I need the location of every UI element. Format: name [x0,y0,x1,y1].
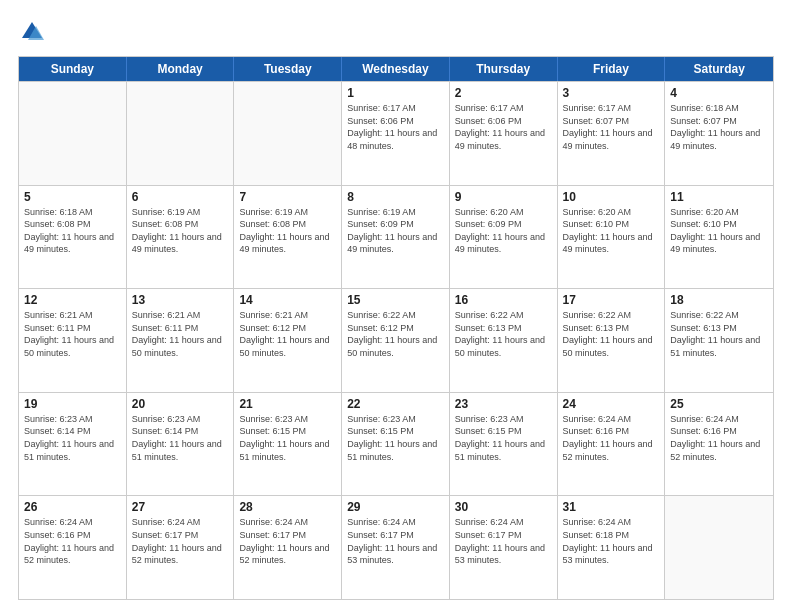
calendar-week-4: 19Sunrise: 6:23 AM Sunset: 6:14 PM Dayli… [19,392,773,496]
day-number: 13 [132,293,229,307]
day-cell-22: 22Sunrise: 6:23 AM Sunset: 6:15 PM Dayli… [342,393,450,496]
day-cell-21: 21Sunrise: 6:23 AM Sunset: 6:15 PM Dayli… [234,393,342,496]
day-cell-24: 24Sunrise: 6:24 AM Sunset: 6:16 PM Dayli… [558,393,666,496]
day-detail: Sunrise: 6:24 AM Sunset: 6:17 PM Dayligh… [132,516,229,566]
day-detail: Sunrise: 6:21 AM Sunset: 6:12 PM Dayligh… [239,309,336,359]
day-number: 12 [24,293,121,307]
day-detail: Sunrise: 6:22 AM Sunset: 6:13 PM Dayligh… [670,309,768,359]
calendar-week-5: 26Sunrise: 6:24 AM Sunset: 6:16 PM Dayli… [19,495,773,599]
day-cell-28: 28Sunrise: 6:24 AM Sunset: 6:17 PM Dayli… [234,496,342,599]
day-number: 8 [347,190,444,204]
weekday-header-thursday: Thursday [450,57,558,81]
day-cell-23: 23Sunrise: 6:23 AM Sunset: 6:15 PM Dayli… [450,393,558,496]
day-number: 3 [563,86,660,100]
day-detail: Sunrise: 6:24 AM Sunset: 6:17 PM Dayligh… [239,516,336,566]
day-detail: Sunrise: 6:20 AM Sunset: 6:10 PM Dayligh… [670,206,768,256]
day-number: 2 [455,86,552,100]
day-detail: Sunrise: 6:24 AM Sunset: 6:16 PM Dayligh… [24,516,121,566]
day-detail: Sunrise: 6:19 AM Sunset: 6:09 PM Dayligh… [347,206,444,256]
day-cell-9: 9Sunrise: 6:20 AM Sunset: 6:09 PM Daylig… [450,186,558,289]
day-detail: Sunrise: 6:22 AM Sunset: 6:13 PM Dayligh… [455,309,552,359]
day-detail: Sunrise: 6:18 AM Sunset: 6:07 PM Dayligh… [670,102,768,152]
day-cell-empty [665,496,773,599]
calendar-week-3: 12Sunrise: 6:21 AM Sunset: 6:11 PM Dayli… [19,288,773,392]
day-number: 24 [563,397,660,411]
day-cell-26: 26Sunrise: 6:24 AM Sunset: 6:16 PM Dayli… [19,496,127,599]
day-cell-19: 19Sunrise: 6:23 AM Sunset: 6:14 PM Dayli… [19,393,127,496]
calendar-body: 1Sunrise: 6:17 AM Sunset: 6:06 PM Daylig… [19,81,773,599]
day-cell-6: 6Sunrise: 6:19 AM Sunset: 6:08 PM Daylig… [127,186,235,289]
day-detail: Sunrise: 6:17 AM Sunset: 6:06 PM Dayligh… [455,102,552,152]
day-detail: Sunrise: 6:20 AM Sunset: 6:10 PM Dayligh… [563,206,660,256]
day-detail: Sunrise: 6:23 AM Sunset: 6:15 PM Dayligh… [455,413,552,463]
day-detail: Sunrise: 6:23 AM Sunset: 6:15 PM Dayligh… [239,413,336,463]
day-number: 18 [670,293,768,307]
day-cell-3: 3Sunrise: 6:17 AM Sunset: 6:07 PM Daylig… [558,82,666,185]
calendar-header-row: SundayMondayTuesdayWednesdayThursdayFrid… [19,57,773,81]
day-cell-12: 12Sunrise: 6:21 AM Sunset: 6:11 PM Dayli… [19,289,127,392]
day-cell-8: 8Sunrise: 6:19 AM Sunset: 6:09 PM Daylig… [342,186,450,289]
logo [18,18,50,46]
day-number: 21 [239,397,336,411]
day-number: 25 [670,397,768,411]
day-detail: Sunrise: 6:21 AM Sunset: 6:11 PM Dayligh… [132,309,229,359]
day-number: 14 [239,293,336,307]
day-number: 17 [563,293,660,307]
day-number: 9 [455,190,552,204]
day-number: 4 [670,86,768,100]
weekday-header-sunday: Sunday [19,57,127,81]
day-number: 19 [24,397,121,411]
day-detail: Sunrise: 6:17 AM Sunset: 6:07 PM Dayligh… [563,102,660,152]
day-cell-10: 10Sunrise: 6:20 AM Sunset: 6:10 PM Dayli… [558,186,666,289]
weekday-header-friday: Friday [558,57,666,81]
day-number: 5 [24,190,121,204]
page-header [18,18,774,46]
day-number: 11 [670,190,768,204]
day-number: 7 [239,190,336,204]
day-detail: Sunrise: 6:24 AM Sunset: 6:18 PM Dayligh… [563,516,660,566]
day-detail: Sunrise: 6:24 AM Sunset: 6:17 PM Dayligh… [347,516,444,566]
day-cell-30: 30Sunrise: 6:24 AM Sunset: 6:17 PM Dayli… [450,496,558,599]
day-number: 23 [455,397,552,411]
day-number: 1 [347,86,444,100]
day-cell-empty [127,82,235,185]
day-cell-25: 25Sunrise: 6:24 AM Sunset: 6:16 PM Dayli… [665,393,773,496]
day-detail: Sunrise: 6:23 AM Sunset: 6:15 PM Dayligh… [347,413,444,463]
day-detail: Sunrise: 6:21 AM Sunset: 6:11 PM Dayligh… [24,309,121,359]
day-cell-29: 29Sunrise: 6:24 AM Sunset: 6:17 PM Dayli… [342,496,450,599]
day-detail: Sunrise: 6:23 AM Sunset: 6:14 PM Dayligh… [132,413,229,463]
calendar-week-2: 5Sunrise: 6:18 AM Sunset: 6:08 PM Daylig… [19,185,773,289]
day-number: 27 [132,500,229,514]
day-cell-13: 13Sunrise: 6:21 AM Sunset: 6:11 PM Dayli… [127,289,235,392]
day-detail: Sunrise: 6:23 AM Sunset: 6:14 PM Dayligh… [24,413,121,463]
day-cell-2: 2Sunrise: 6:17 AM Sunset: 6:06 PM Daylig… [450,82,558,185]
day-detail: Sunrise: 6:24 AM Sunset: 6:17 PM Dayligh… [455,516,552,566]
day-cell-27: 27Sunrise: 6:24 AM Sunset: 6:17 PM Dayli… [127,496,235,599]
calendar-page: SundayMondayTuesdayWednesdayThursdayFrid… [0,0,792,612]
day-detail: Sunrise: 6:22 AM Sunset: 6:13 PM Dayligh… [563,309,660,359]
day-detail: Sunrise: 6:24 AM Sunset: 6:16 PM Dayligh… [563,413,660,463]
day-number: 6 [132,190,229,204]
day-cell-1: 1Sunrise: 6:17 AM Sunset: 6:06 PM Daylig… [342,82,450,185]
day-cell-4: 4Sunrise: 6:18 AM Sunset: 6:07 PM Daylig… [665,82,773,185]
day-detail: Sunrise: 6:22 AM Sunset: 6:12 PM Dayligh… [347,309,444,359]
day-number: 15 [347,293,444,307]
weekday-header-wednesday: Wednesday [342,57,450,81]
day-number: 31 [563,500,660,514]
day-cell-20: 20Sunrise: 6:23 AM Sunset: 6:14 PM Dayli… [127,393,235,496]
day-cell-17: 17Sunrise: 6:22 AM Sunset: 6:13 PM Dayli… [558,289,666,392]
day-number: 30 [455,500,552,514]
day-cell-15: 15Sunrise: 6:22 AM Sunset: 6:12 PM Dayli… [342,289,450,392]
day-detail: Sunrise: 6:18 AM Sunset: 6:08 PM Dayligh… [24,206,121,256]
calendar-week-1: 1Sunrise: 6:17 AM Sunset: 6:06 PM Daylig… [19,81,773,185]
weekday-header-saturday: Saturday [665,57,773,81]
day-number: 29 [347,500,444,514]
day-detail: Sunrise: 6:19 AM Sunset: 6:08 PM Dayligh… [239,206,336,256]
day-detail: Sunrise: 6:19 AM Sunset: 6:08 PM Dayligh… [132,206,229,256]
day-number: 28 [239,500,336,514]
weekday-header-tuesday: Tuesday [234,57,342,81]
logo-icon [18,18,46,46]
day-cell-empty [234,82,342,185]
calendar-grid: SundayMondayTuesdayWednesdayThursdayFrid… [18,56,774,600]
day-number: 20 [132,397,229,411]
